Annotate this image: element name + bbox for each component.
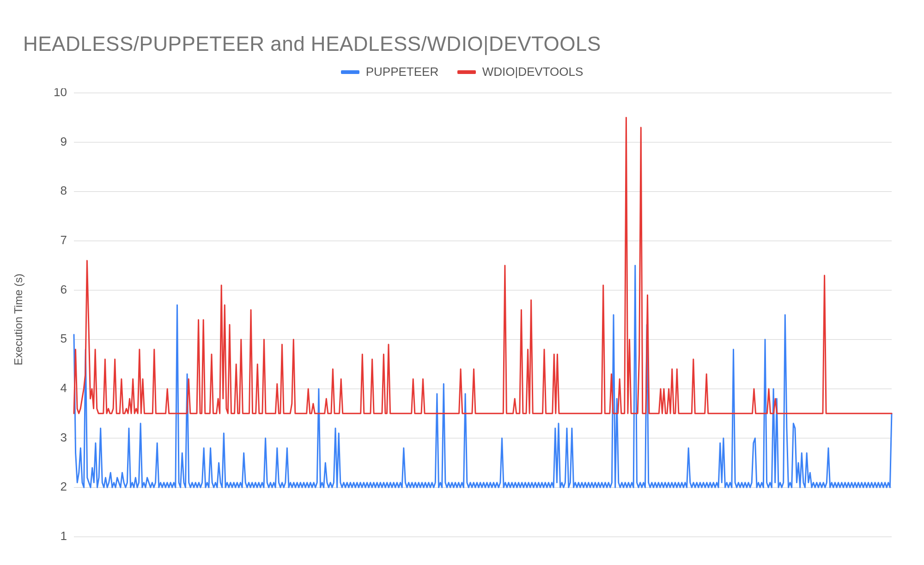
legend-label-wdio: WDIO|DEVTOOLS <box>482 65 584 79</box>
legend-label-puppeteer: PUPPETEER <box>366 65 439 79</box>
series-line-wdio-devtools <box>74 117 892 413</box>
svg-text:7: 7 <box>61 233 67 247</box>
series-line-puppeteer <box>74 265 892 487</box>
svg-text:9: 9 <box>61 135 67 148</box>
plot-wrap: Execution Time (s) 12345678910 <box>23 88 901 551</box>
svg-text:3: 3 <box>61 430 67 444</box>
svg-text:8: 8 <box>61 184 67 197</box>
legend-swatch-wdio <box>457 70 476 74</box>
svg-text:10: 10 <box>54 88 67 99</box>
legend: PUPPETEER WDIO|DEVTOOLS <box>23 65 901 79</box>
svg-text:6: 6 <box>61 282 67 296</box>
chart-title: HEADLESS/PUPPETEER and HEADLESS/WDIO|DEV… <box>23 32 901 55</box>
chart-container: HEADLESS/PUPPETEER and HEADLESS/WDIO|DEV… <box>0 0 924 565</box>
svg-text:4: 4 <box>61 381 67 395</box>
svg-text:2: 2 <box>61 479 67 493</box>
legend-swatch-puppeteer <box>341 70 359 74</box>
legend-item-puppeteer: PUPPETEER <box>341 65 439 79</box>
svg-text:5: 5 <box>61 332 67 345</box>
legend-item-wdio: WDIO|DEVTOOLS <box>457 65 584 79</box>
y-axis-label: Execution Time (s) <box>12 274 25 366</box>
svg-text:1: 1 <box>61 529 67 543</box>
plot-svg: 12345678910 <box>23 88 901 551</box>
